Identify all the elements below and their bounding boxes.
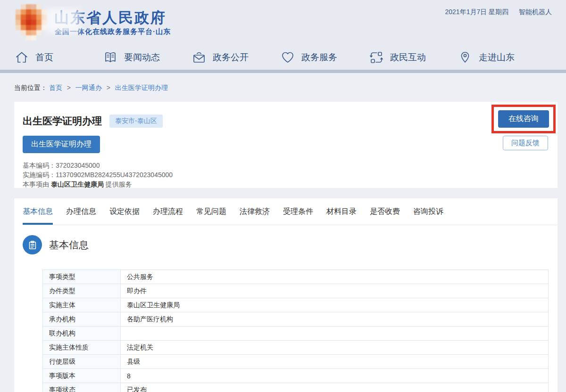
nav-item-services[interactable]: 政务服务 <box>280 50 369 65</box>
row-value: 即办件 <box>121 284 549 298</box>
breadcrumb: 当前位置： 首页 > 一网通办 > 出生医学证明办理 <box>0 73 566 102</box>
impl-code-line: 实施编码：11370902MB2824255U4372023045000 <box>23 170 558 180</box>
nav-item-public-info[interactable]: 政务公开 <box>191 50 280 65</box>
main-nav: 首页 要闻动态 政务公开 政务服务 政民互动 <box>0 45 566 70</box>
detail-tabs: 基本信息 办理信息 设定依据 办理流程 常见问题 法律救济 受理条件 材料目录 … <box>23 207 558 225</box>
date-text: 2021年1月7日 星期四 <box>445 8 509 16</box>
breadcrumb-separator: > <box>107 84 110 91</box>
breadcrumb-one-net[interactable]: 一网通办 <box>75 84 102 91</box>
row-value: 8 <box>121 369 549 383</box>
nav-divider <box>0 70 566 73</box>
breadcrumb-current[interactable]: 出生医学证明办理 <box>115 84 168 91</box>
row-label: 事项状态 <box>43 383 121 392</box>
row-label: 行使层级 <box>43 355 121 369</box>
nav-label: 要闻动态 <box>124 51 160 64</box>
provider-name: 泰山区卫生健康局 <box>51 180 104 188</box>
nav-label: 首页 <box>35 51 53 64</box>
nav-item-interaction[interactable]: 政民互动 <box>369 50 458 65</box>
row-value <box>121 327 549 341</box>
row-value: 法定机关 <box>121 341 549 355</box>
service-name-button[interactable]: 出生医学证明办理 <box>23 136 100 153</box>
row-label: 承办机构 <box>43 312 121 327</box>
tab-legal-remedy[interactable]: 法律救济 <box>240 207 270 225</box>
nav-label: 政务公开 <box>213 51 249 64</box>
table-row: 联办机构 <box>43 327 549 341</box>
nav-label: 政民互动 <box>390 51 426 64</box>
table-row: 办件类型即办件 <box>43 284 549 298</box>
page-title: 出生医学证明办理 <box>23 114 102 128</box>
nav-item-news[interactable]: 要闻动态 <box>103 50 191 65</box>
tab-fees[interactable]: 是否收费 <box>370 207 400 225</box>
row-value: 县级 <box>121 355 549 369</box>
row-value: 公共服务 <box>121 270 549 284</box>
nav-item-about-shandong[interactable]: 走进山东 <box>458 50 546 65</box>
breadcrumb-separator: > <box>67 84 71 91</box>
row-label: 事项类型 <box>43 270 121 284</box>
row-label: 事项版本 <box>43 369 121 383</box>
row-label: 实施主体性质 <box>43 341 121 355</box>
tab-legal-basis[interactable]: 设定依据 <box>109 207 140 225</box>
table-row: 事项版本8 <box>43 369 549 383</box>
nav-label: 走进山东 <box>479 51 515 64</box>
map-pin-icon <box>458 50 473 65</box>
table-row: 事项状态已发布 <box>43 383 549 392</box>
row-label: 办件类型 <box>43 284 121 298</box>
tab-process[interactable]: 办理流程 <box>153 207 183 225</box>
row-value: 泰山区卫生健康局 <box>121 298 549 312</box>
home-icon <box>14 50 29 65</box>
table-row: 实施主体泰山区卫生健康局 <box>43 298 549 312</box>
tab-basic-info[interactable]: 基本信息 <box>23 207 53 225</box>
clipboard-icon <box>23 235 42 254</box>
basic-code-value: 372023045000 <box>56 162 100 169</box>
region-badge: 泰安市-泰山区 <box>109 114 163 128</box>
tab-consult-complaint[interactable]: 咨询投诉 <box>413 207 443 225</box>
row-label: 联办机构 <box>43 327 121 341</box>
annotation-highlight-box: 在线咨询 <box>491 105 556 133</box>
row-value: 各助产医疗机构 <box>121 312 549 327</box>
impl-code-value: 11370902MB2824255U4372023045000 <box>56 171 173 179</box>
tab-acceptance-conditions[interactable]: 受理条件 <box>283 207 313 225</box>
nav-item-home[interactable]: 首页 <box>14 50 103 65</box>
table-row: 事项类型公共服务 <box>43 270 549 284</box>
basic-code-line: 基本编码：372023045000 <box>23 161 558 170</box>
tab-handling-info[interactable]: 办理信息 <box>66 207 96 225</box>
logo-blur-overlay <box>45 8 80 33</box>
service-detail-card: 基本信息 办理信息 设定依据 办理流程 常见问题 法律救济 受理条件 材料目录 … <box>14 198 558 392</box>
tab-faq[interactable]: 常见问题 <box>196 207 226 225</box>
table-row: 承办机构各助产医疗机构 <box>43 312 549 327</box>
service-title-card: 出生医学证明办理 泰安市-泰山区 出生医学证明办理 基本编码：372023045… <box>14 102 558 188</box>
tab-material-list[interactable]: 材料目录 <box>326 207 357 225</box>
section-title: 基本信息 <box>49 238 89 252</box>
breadcrumb-label: 当前位置： <box>14 84 47 91</box>
basic-info-table: 事项类型公共服务 办件类型即办件 实施主体泰山区卫生健康局 承办机构各助产医疗机… <box>42 270 549 392</box>
nav-label: 政务服务 <box>301 51 337 64</box>
breadcrumb-home[interactable]: 首页 <box>49 84 62 91</box>
heart-icon <box>280 50 295 65</box>
table-row: 实施主体性质法定机关 <box>43 341 549 355</box>
section-header: 基本信息 <box>23 235 558 254</box>
exchange-icon <box>369 50 384 65</box>
book-icon <box>103 50 118 65</box>
smart-robot-link[interactable]: 智能机器人 <box>519 8 552 16</box>
provider-line: 本事项由 泰山区卫生健康局 提供服务 <box>23 180 558 189</box>
online-consult-button[interactable]: 在线咨询 <box>498 110 549 128</box>
table-row: 行使层级县级 <box>43 355 549 369</box>
feedback-button[interactable]: 问题反馈 <box>503 136 548 150</box>
row-value: 已发布 <box>121 383 549 392</box>
site-header: 山东省人民政府 全国一体化在线政务服务平台·山东 2021年1月7日 星期四 智… <box>0 0 566 45</box>
row-label: 实施主体 <box>43 298 121 312</box>
mail-icon <box>191 50 207 65</box>
